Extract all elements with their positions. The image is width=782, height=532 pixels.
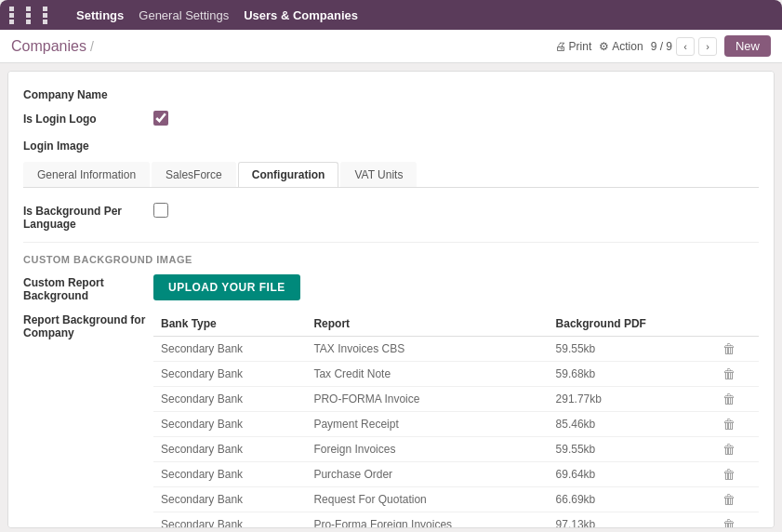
bg-per-lang-checkbox[interactable] — [153, 203, 168, 218]
cell-delete: 🗑 — [715, 362, 759, 387]
table-row: Secondary Bank PRO-FORMA Invoice 291.77k… — [153, 387, 759, 412]
cell-delete: 🗑 — [715, 412, 759, 437]
cell-delete: 🗑 — [715, 512, 759, 529]
is-login-logo-field: Is Login Logo — [23, 111, 759, 128]
login-image-label: Login Image — [23, 138, 153, 153]
main-content: Company Name Is Login Logo Login Image G… — [7, 71, 775, 528]
tab-vat-units[interactable]: VAT Units — [340, 162, 417, 187]
tab-salesforce[interactable]: SalesForce — [152, 162, 236, 187]
delete-icon[interactable]: 🗑 — [722, 467, 736, 482]
is-login-logo-checkbox[interactable] — [153, 111, 168, 126]
print-button[interactable]: 🖨 Print — [555, 40, 592, 53]
app-title: Settings — [76, 8, 124, 22]
delete-icon[interactable]: 🗑 — [722, 517, 736, 528]
cell-bank-type: Secondary Bank — [153, 412, 306, 437]
cell-bank-type: Secondary Bank — [153, 487, 306, 512]
print-icon: 🖨 — [555, 40, 566, 53]
cell-bank-type: Secondary Bank — [153, 362, 306, 387]
breadcrumb-bar: Companies / 🖨 Print ⚙ Action 9 / 9 ‹ › N… — [0, 30, 782, 63]
tab-configuration[interactable]: Configuration — [238, 162, 339, 187]
tab-bar: General Information SalesForce Configura… — [23, 162, 759, 188]
prev-page-button[interactable]: ‹ — [676, 37, 695, 56]
col-report: Report — [306, 312, 548, 337]
table-row: Secondary Bank Request For Quotation 66.… — [153, 487, 759, 512]
cell-report: Tax Credit Note — [306, 362, 548, 387]
report-bg-label: Report Background for Company — [23, 312, 153, 339]
delete-icon[interactable]: 🗑 — [722, 492, 736, 507]
custom-report-bg-field: Custom Report Background UPLOAD YOUR FIL… — [23, 274, 759, 302]
cell-report: TAX Invoices CBS — [306, 337, 548, 362]
report-bg-field: Report Background for Company Bank Type … — [23, 312, 759, 528]
cell-bank-type: Secondary Bank — [153, 512, 306, 529]
cell-bg-pdf: 85.46kb — [549, 412, 715, 437]
cell-report: Foreign Invoices — [306, 437, 548, 462]
cell-delete: 🗑 — [715, 387, 759, 412]
login-image-field: Login Image — [23, 138, 759, 153]
cell-bg-pdf: 69.64kb — [549, 462, 715, 487]
cell-bank-type: Secondary Bank — [153, 337, 306, 362]
cell-report: Purchase Order — [306, 462, 548, 487]
cell-bg-pdf: 291.77kb — [549, 387, 715, 412]
delete-icon[interactable]: 🗑 — [722, 442, 736, 457]
table-row: Secondary Bank Purchase Order 69.64kb 🗑 — [153, 462, 759, 487]
col-actions — [715, 312, 759, 337]
cell-bg-pdf: 59.68kb — [549, 362, 715, 387]
bg-per-lang-field: Is Background Per Language — [23, 203, 759, 231]
company-name-field: Company Name — [23, 86, 759, 101]
cell-bg-pdf: 97.13kb — [549, 512, 715, 529]
breadcrumb-separator: / — [90, 39, 94, 54]
delete-icon[interactable]: 🗑 — [722, 392, 736, 406]
new-button[interactable]: New — [724, 35, 771, 57]
cell-bg-pdf: 59.55kb — [549, 437, 715, 462]
cell-bank-type: Secondary Bank — [153, 387, 306, 412]
cell-bg-pdf: 59.55kb — [549, 337, 715, 362]
next-page-button[interactable]: › — [698, 37, 717, 56]
gear-icon: ⚙ — [599, 40, 609, 53]
cell-bg-pdf: 66.69kb — [549, 487, 715, 512]
tab-general-information[interactable]: General Information — [23, 162, 150, 187]
cell-delete: 🗑 — [715, 462, 759, 487]
table-header-row: Bank Type Report Background PDF — [153, 312, 759, 337]
table-row: Secondary Bank TAX Invoices CBS 59.55kb … — [153, 337, 759, 362]
report-bg-table: Bank Type Report Background PDF Secondar… — [153, 312, 759, 528]
cell-delete: 🗑 — [715, 337, 759, 362]
toolbar: 🖨 Print ⚙ Action 9 / 9 ‹ › New — [555, 35, 771, 57]
cell-delete: 🗑 — [715, 487, 759, 512]
action-button[interactable]: ⚙ Action — [599, 40, 643, 53]
section-divider — [23, 242, 759, 243]
delete-icon[interactable]: 🗑 — [722, 366, 736, 381]
bg-per-lang-label: Is Background Per Language — [23, 203, 153, 231]
nav-general-settings[interactable]: General Settings — [139, 8, 229, 22]
table-row: Secondary Bank Pro-Forma Foreign Invoice… — [153, 512, 759, 529]
col-bg-pdf: Background PDF — [549, 312, 715, 337]
cell-report: Request For Quotation — [306, 487, 548, 512]
cell-bank-type: Secondary Bank — [153, 437, 306, 462]
table-row: Secondary Bank Payment Receipt 85.46kb 🗑 — [153, 412, 759, 437]
table-row: Secondary Bank Tax Credit Note 59.68kb 🗑 — [153, 362, 759, 387]
pagination: 9 / 9 ‹ › — [651, 37, 717, 56]
nav-links: General Settings Users & Companies — [139, 8, 358, 22]
cell-bank-type: Secondary Bank — [153, 462, 306, 487]
table-row: Secondary Bank Foreign Invoices 59.55kb … — [153, 437, 759, 462]
top-nav: Settings General Settings Users & Compan… — [0, 0, 782, 30]
delete-icon[interactable]: 🗑 — [722, 417, 736, 432]
delete-icon[interactable]: 🗑 — [722, 341, 736, 356]
app-grid-icon[interactable] — [9, 7, 58, 24]
col-bank-type: Bank Type — [153, 312, 306, 337]
cell-report: Payment Receipt — [306, 412, 548, 437]
breadcrumb-current[interactable]: Companies — [11, 38, 86, 55]
cell-report: PRO-FORMA Invoice — [306, 387, 548, 412]
nav-users-companies[interactable]: Users & Companies — [244, 8, 358, 22]
cell-report: Pro-Forma Foreign Invoices — [306, 512, 548, 529]
is-login-logo-label: Is Login Logo — [23, 111, 153, 126]
company-name-label: Company Name — [23, 86, 153, 101]
cell-delete: 🗑 — [715, 437, 759, 462]
custom-report-bg-label: Custom Report Background — [23, 274, 153, 302]
custom-bg-heading: CUSTOM BACKGROUND IMAGE — [23, 254, 759, 265]
breadcrumb: Companies / — [11, 38, 94, 55]
upload-file-button[interactable]: UPLOAD YOUR FILE — [153, 274, 300, 300]
